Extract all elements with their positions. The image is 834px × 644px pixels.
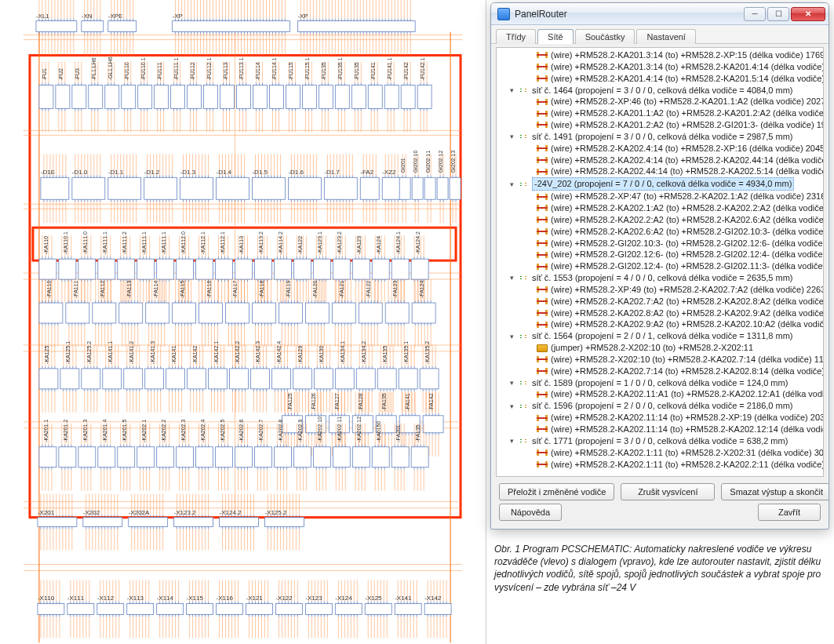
- tree-item-label: síť č. 1771 (propojení = 3 / 0 / 0, celk…: [532, 435, 788, 447]
- svg-text:-FU113: -FU113: [223, 62, 228, 80]
- wire-node[interactable]: (wire) +RM528.2-KA202.7:A2 (to) +RM528.2…: [497, 296, 823, 307]
- svg-rect-1863: [359, 303, 382, 323]
- svg-text:-D1.7: -D1.7: [324, 169, 340, 176]
- wire-node[interactable]: (wire) +RM528.2-KA201.2:A2 (to) +RM528.2…: [497, 119, 823, 131]
- close-dialog-button[interactable]: Zavřít: [758, 504, 821, 521]
- wire-node[interactable]: (wire) +RM528.2-KA202.4:14 (to) +RM528.2…: [497, 143, 823, 155]
- svg-rect-1407: [274, 259, 291, 279]
- expander-icon[interactable]: ▾: [508, 274, 516, 282]
- net-node[interactable]: ▾síť č. 1464 (propojení = 3 / 0 / 0, cel…: [497, 85, 823, 96]
- wire-node[interactable]: (wire) +RM528.2-KA202.6:A2 (to) +RM528.2…: [497, 226, 823, 238]
- wire-node[interactable]: (wire) +RM528.2-X202:10 (to) +RM528.2-KA…: [497, 354, 823, 366]
- tree-item-label: (wire) +RM528.2-KA202.4:14 (to) +RM528.2…: [551, 155, 824, 166]
- net-node[interactable]: ▾-24V_202 (propojení = 7 / 0 / 0, celkov…: [497, 177, 823, 191]
- wire-node[interactable]: (wire) +RM528.2-KA202.44:14 (to) +RM528.…: [497, 166, 823, 177]
- svg-text:-FU115: -FU115: [288, 62, 293, 80]
- svg-rect-21: [36, 21, 77, 32]
- wire-node[interactable]: (wire) +RM528.2-KA201.1:A2 (to) +RM528.2…: [497, 107, 823, 119]
- dialog-titlebar[interactable]: PanelRouter ─ ☐ ✕: [491, 3, 829, 25]
- svg-rect-1479: [352, 259, 370, 279]
- svg-text:-FU115.1: -FU115.1: [304, 57, 310, 80]
- expander-icon[interactable]: ▾: [508, 379, 516, 387]
- svg-text:-KA125: -KA125: [44, 346, 49, 364]
- wire-node[interactable]: (wire) +RM528.2-GI202.12:4- (to) +RM528.…: [497, 260, 823, 272]
- help-button[interactable]: Nápověda: [499, 504, 562, 521]
- svg-text:-X123: -X123: [305, 595, 322, 602]
- cancel-highlight-button[interactable]: Zrušit vysvícení: [621, 483, 715, 500]
- net-node[interactable]: ▾síť č. 1491 (propojení = 3 / 0 / 0, cel…: [497, 131, 823, 143]
- net-node[interactable]: ▾síť č. 1564 (propojení = 2 / 0 / 1, cel…: [497, 330, 823, 342]
- wire-node[interactable]: (wire) +RM528.2-KA201.3:14 (to) +RM528.2…: [497, 61, 823, 73]
- svg-rect-675: [335, 85, 349, 108]
- wire-icon: [537, 120, 548, 129]
- wire-node[interactable]: (wire) +RM528.2-KA202.1:A2 (to) +RM528.2…: [497, 202, 823, 214]
- expander-icon[interactable]: ▾: [508, 402, 516, 410]
- wire-node[interactable]: (wire) +RM528.2-XP:46 (to) +RM528.2-KA20…: [497, 96, 823, 107]
- svg-rect-3479: [365, 603, 392, 614]
- net-node[interactable]: ▾síť č. 1771 (propojení = 3 / 0 / 0, cel…: [497, 435, 823, 447]
- wire-icon: [537, 167, 548, 176]
- expander-icon[interactable]: ▾: [508, 133, 516, 141]
- wire-node[interactable]: (wire) +RM528.2-XP:47 (to) +RM528.2-KA20…: [497, 191, 823, 202]
- svg-text:-FU135: -FU135: [321, 62, 326, 80]
- close-button[interactable]: ✕: [791, 7, 825, 21]
- wire-node[interactable]: (wire) +RM528.2-KA201.4:14 (to) +RM528.2…: [497, 73, 823, 85]
- svg-rect-2491: [423, 416, 443, 433]
- tab-soucastky[interactable]: Součástky: [575, 29, 636, 44]
- net-node[interactable]: ▾síť č. 1596 (propojení = 2 / 0 / 0, cel…: [497, 400, 823, 412]
- wire-node[interactable]: (wire) +RM528.2-KA202.11:A1 (to) +RM528.…: [497, 388, 823, 400]
- svg-text:-XP: -XP: [173, 13, 183, 20]
- nets-tree[interactable]: (wire) +RM528.2-KA201.3:14 (to) +RM528.2…: [496, 47, 824, 477]
- svg-rect-2567: [98, 447, 115, 468]
- wire-node[interactable]: (wire) +RM528.2-KA202.11:14 (to) +RM528.…: [497, 412, 823, 424]
- svg-text:-FU135.1: -FU135.1: [337, 57, 343, 80]
- svg-rect-1181: [450, 177, 461, 199]
- delete-exit-button[interactable]: Smazat výstup a skončit: [721, 483, 829, 500]
- svg-text:-KA112.1: -KA112.1: [220, 231, 225, 254]
- wire-node[interactable]: (wire) +RM528.2-KA202.1:11 (to) +RM528.2…: [497, 459, 823, 471]
- expander-icon[interactable]: ▾: [508, 332, 516, 340]
- svg-text:-KA134.1: -KA134.1: [340, 341, 345, 364]
- svg-rect-945: [217, 177, 249, 199]
- svg-rect-1497: [372, 259, 389, 279]
- reroute-button[interactable]: Přeložit i změněné vodiče: [499, 483, 614, 500]
- svg-rect-507: [138, 85, 152, 108]
- svg-text:-FA141: -FA141: [405, 393, 410, 411]
- terminal-row-x2: -X110-X111-X112-X113-X114-X115-X116-X121…: [38, 580, 451, 638]
- svg-text:-KA124.1: -KA124.1: [395, 231, 401, 254]
- tab-site[interactable]: Sítě: [537, 29, 574, 44]
- wire-node[interactable]: (wire) +RM528.2-KA201.3:14 (to) +RM528.2…: [497, 49, 823, 61]
- maximize-button[interactable]: ☐: [767, 7, 789, 21]
- svg-text:GI202.13: GI202.13: [450, 151, 456, 173]
- svg-rect-1119: [382, 177, 401, 199]
- expander-icon[interactable]: ▾: [508, 86, 516, 94]
- net-node[interactable]: ▾síť č. 1553 (propojení = 4 / 0 / 0, cel…: [497, 272, 823, 284]
- tree-item-label: (wire) +RM528.2-KA202.1:A2 (to) +RM528.2…: [551, 202, 824, 214]
- schematic-drawing[interactable]: -XL1-XN-XPE-XP-XP -FU1-FU2-FU3-FL1,LH6-G…: [0, 0, 486, 644]
- svg-text:-KA129: -KA129: [297, 346, 303, 364]
- jumper-node[interactable]: (jumper) +RM528.2-X202:10 (to) +RM528.2-…: [497, 342, 823, 354]
- expander-icon[interactable]: ▾: [508, 180, 516, 188]
- wire-node[interactable]: (wire) +RM528.2-KA202.4:14 (to) +RM528.2…: [497, 155, 823, 166]
- wire-node[interactable]: (wire) +RM528.2-KA202.9:A2 (to) +RM528.2…: [497, 318, 823, 330]
- svg-rect-1209: [59, 259, 76, 279]
- wire-node[interactable]: (wire) +RM528.2-KA202.11:14 (to) +RM528.…: [497, 424, 823, 435]
- tab-tridy[interactable]: Třídy: [496, 29, 536, 44]
- wire-node[interactable]: (wire) +RM528.2-KA202.2:A2 (to) +RM528.2…: [497, 214, 823, 226]
- wire-node[interactable]: (wire) +RM528.2-KA202.8:A2 (to) +RM528.2…: [497, 307, 823, 319]
- svg-text:-X124.2: -X124.2: [220, 509, 242, 516]
- wire-node[interactable]: (wire) +RM528.2-GI202.10:3- (to) +RM528.…: [497, 238, 823, 249]
- wire-node[interactable]: (wire) +RM528.2-KA202.7:14 (to) +RM528.2…: [497, 366, 823, 377]
- net-node[interactable]: ▾síť č. 1589 (propojení = 1 / 0 / 0, cel…: [497, 377, 823, 389]
- minimize-button[interactable]: ─: [744, 7, 766, 21]
- svg-rect-3329: [217, 603, 243, 614]
- tree-item-label: (wire) +RM528.2-XP:46 (to) +RM528.2-KA20…: [551, 96, 824, 107]
- svg-text:-KA135.1: -KA135.1: [403, 341, 409, 364]
- svg-text:-FA135: -FA135: [381, 393, 387, 411]
- expander-icon[interactable]: ▾: [508, 437, 516, 446]
- wire-node[interactable]: (wire) +RM528.2-GI202.12:6- (to) +RM528.…: [497, 249, 823, 260]
- wire-node[interactable]: (wire) +RM528.2-XP:49 (to) +RM528.2-KA20…: [497, 284, 823, 296]
- wire-node[interactable]: (wire) +RM528.2-KA202.1:11 (to) +RM528.2…: [497, 447, 823, 459]
- svg-rect-2603: [137, 447, 155, 468]
- tab-nastaveni[interactable]: Nastavení: [636, 29, 696, 44]
